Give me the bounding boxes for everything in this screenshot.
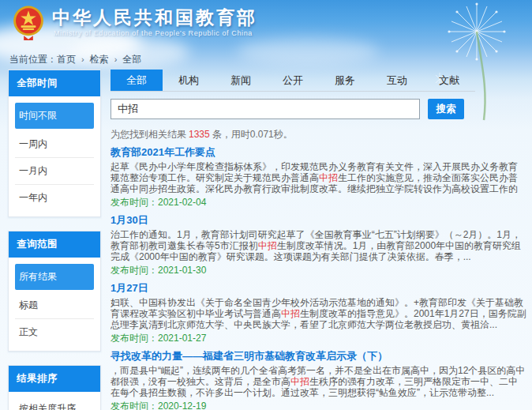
result-stats: 为您找到相关结果1335条，用时0.071秒。 (111, 129, 526, 140)
snippet-highlight: 中招 (290, 376, 309, 387)
date-label: 发布时间： (111, 197, 158, 208)
result-title[interactable]: 1月27日 (111, 282, 526, 295)
date-value: 2021-01-30 (158, 265, 206, 276)
tab-services[interactable]: 服务 (319, 70, 371, 91)
snippet-highlight: 中招 (319, 172, 338, 183)
tab-all[interactable]: 全部 (111, 70, 163, 91)
site-title: 中华人民共和国教育部 (52, 6, 257, 30)
tab-interaction[interactable]: 互动 (371, 70, 423, 91)
result-snippet: 起草《民办中小学年度检查指标体系》，印发规范民办义务教育有关文件，深入开展民办义… (111, 161, 526, 194)
site-subtitle: Ministry of Education of the People's Re… (54, 29, 253, 37)
sidebar-item-all-results[interactable]: 所有结果 (15, 264, 94, 290)
snippet-highlight: 中招 (258, 240, 277, 251)
breadcrumb-home[interactable]: 首页 (57, 54, 76, 65)
sidebar-item-relevance-asc[interactable]: 按相关度升序 (15, 396, 94, 410)
date-label: 发布时间： (111, 401, 158, 410)
filter-box-sort-header: 结果排序 (9, 366, 100, 392)
search-input[interactable] (111, 99, 420, 119)
stats-text: 条，用时0.071秒。 (212, 129, 293, 140)
date-value: 2020-12-19 (158, 401, 206, 410)
snippet-highlight: 中招 (281, 308, 300, 319)
sidebar-item-within-year[interactable]: 一年内 (15, 185, 94, 211)
search-bar: 搜索 (111, 99, 526, 119)
result-title[interactable]: 教育部2021年工作要点 (111, 146, 526, 159)
search-result: 1月27日 妇联、中国科协发出《关于命名全国青少年校外活动示范基地的通知》。+教… (111, 282, 526, 344)
breadcrumb-current: 全部 (122, 54, 141, 65)
date-label: 发布时间： (111, 265, 158, 276)
breadcrumb-separator: › (114, 55, 118, 64)
breadcrumb-separator: › (81, 55, 84, 64)
site-header: 中华人民共和国教育部 Ministry of Education of the … (0, 0, 532, 49)
search-result: 教育部2021年工作要点 起草《民办中小学年度检查指标体系》，印发规范民办义务教… (111, 146, 526, 208)
result-publish-date: 发布时间：2021-01-27 (111, 333, 526, 344)
breadcrumb-search[interactable]: 检索 (90, 54, 109, 65)
search-category-tabs: 全部 机构 新闻 公开 服务 互动 文献 (111, 70, 475, 92)
tab-news[interactable]: 新闻 (215, 70, 267, 91)
main-content: 全部 机构 新闻 公开 服务 互动 文献 搜索 为您找到相关结果1335条，用时… (111, 70, 526, 410)
search-button[interactable]: 搜索 (428, 99, 464, 119)
sidebar-item-time-unlimited[interactable]: 时间不限 (15, 103, 94, 129)
date-label: 发布时间： (111, 333, 158, 344)
filter-box-sort: 结果排序 按相关度升序 按相关度降序 时间升序 时间降序 (8, 365, 101, 410)
tab-documents[interactable]: 文献 (423, 70, 475, 91)
result-publish-date: 发布时间：2021-02-04 (111, 197, 526, 208)
result-snippet: ，而是县中“崛起”，连续两年的几个全省高考第一名，并不是全出在市属高中，因为12… (111, 365, 526, 398)
breadcrumb-label: 当前位置： (9, 54, 57, 65)
stats-count: 1335 (189, 129, 210, 140)
filter-box-time: 全部时间 时间不限 一周内 一月内 一年内 (8, 70, 101, 217)
sidebar-item-within-month[interactable]: 一月内 (15, 158, 94, 185)
page: 中华人民共和国教育部 Ministry of Education of the … (0, 0, 532, 410)
sidebar-item-body-only[interactable]: 正文 (15, 319, 94, 345)
tab-organizations[interactable]: 机构 (163, 70, 215, 91)
filter-box-time-header: 全部时间 (9, 70, 100, 96)
result-publish-date: 发布时间：2021-01-30 (111, 265, 526, 276)
sidebar: 全部时间 时间不限 一周内 一月内 一年内 查询范围 所有结果 标题 正文 结果… (8, 70, 101, 410)
result-snippet: 治工作的通知。1月，教育部计划司研究起草了《全国教育事业“七五”计划纲要》（～2… (111, 229, 526, 262)
result-publish-date: 发布时间：2020-12-19 (111, 401, 526, 410)
search-result: 寻找改革的力量——福建省三明市基础教育改革启示录（下） ，而是县中“崛起”，连续… (111, 350, 526, 410)
result-title[interactable]: 寻找改革的力量——福建省三明市基础教育改革启示录（下） (111, 350, 526, 363)
result-title[interactable]: 1月30日 (111, 214, 526, 227)
filter-box-scope-header: 查询范围 (9, 231, 100, 258)
stats-text: 为您找到相关结果 (111, 129, 186, 140)
breadcrumb: 当前位置：首页›检索›全部 (9, 53, 141, 66)
national-emblem-icon (11, 5, 46, 43)
sidebar-item-within-week[interactable]: 一周内 (15, 131, 94, 158)
tab-public-info[interactable]: 公开 (267, 70, 319, 91)
result-snippet: 妇联、中国科协发出《关于命名全国青少年校外活动示范基地的通知》。+教育部印发《关… (111, 297, 526, 330)
sidebar-item-title-only[interactable]: 标题 (15, 292, 94, 319)
cloud-decoration (237, 38, 379, 65)
date-value: 2021-02-04 (158, 197, 206, 208)
search-result: 1月30日 治工作的通知。1月，教育部计划司研究起草了《全国教育事业“七五”计划… (111, 214, 526, 276)
date-value: 2021-01-27 (158, 333, 206, 344)
filter-box-scope: 查询范围 所有结果 标题 正文 (8, 231, 101, 352)
